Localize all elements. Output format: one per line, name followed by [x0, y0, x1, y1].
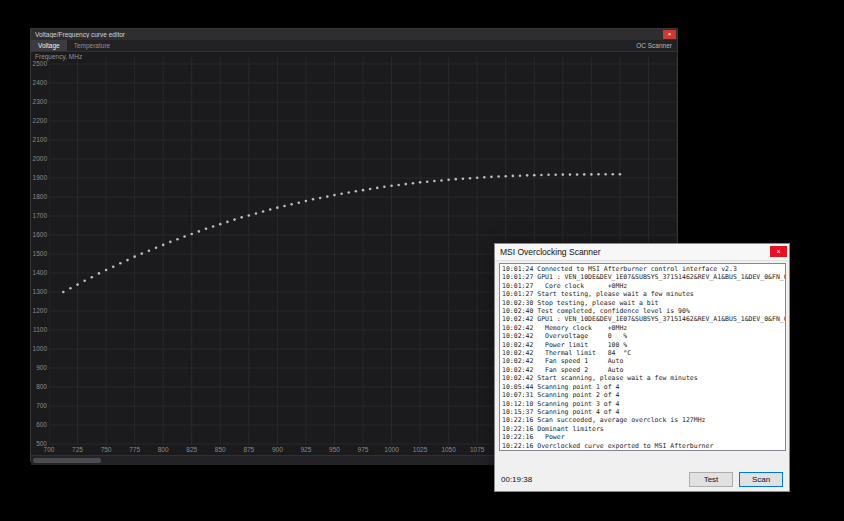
curve-point[interactable]	[119, 262, 122, 265]
log-line: 10:01:27 Core clock +0MHz	[502, 282, 785, 290]
oc-scanner-label: OC Scanner	[636, 42, 672, 49]
curve-point[interactable]	[504, 175, 507, 178]
curve-point[interactable]	[112, 265, 115, 268]
curve-point[interactable]	[76, 283, 79, 286]
curve-point[interactable]	[91, 276, 94, 279]
curve-point[interactable]	[497, 175, 500, 178]
curve-point[interactable]	[412, 182, 415, 185]
curve-point[interactable]	[283, 205, 286, 208]
curve-point[interactable]	[269, 208, 272, 211]
curve-point[interactable]	[512, 175, 515, 178]
log-line: 10:05:44 Scanning point 1 of 4	[502, 383, 785, 391]
curve-point[interactable]	[276, 206, 279, 209]
curve-point[interactable]	[262, 210, 265, 213]
curve-point[interactable]	[69, 287, 72, 290]
curve-point[interactable]	[126, 259, 129, 262]
y-tick-label: 800	[31, 383, 47, 390]
curve-point[interactable]	[526, 174, 529, 177]
y-tick-label: 2100	[31, 136, 47, 143]
curve-point[interactable]	[426, 181, 429, 184]
curve-point[interactable]	[233, 218, 236, 221]
curve-point[interactable]	[383, 185, 386, 188]
curve-point[interactable]	[540, 174, 543, 177]
y-tick-label: 1300	[31, 288, 47, 295]
scanner-log[interactable]: 10:01:24 Connected to MSI Afterburner co…	[499, 263, 786, 451]
curve-point[interactable]	[447, 178, 450, 181]
curve-point[interactable]	[226, 221, 229, 224]
curve-point[interactable]	[198, 230, 201, 233]
close-icon[interactable]: ×	[663, 30, 676, 39]
curve-point[interactable]	[490, 176, 493, 179]
curve-point[interactable]	[440, 179, 443, 182]
curve-point[interactable]	[604, 173, 607, 176]
curve-point[interactable]	[583, 173, 586, 176]
horizontal-scrollbar-thumb[interactable]	[33, 458, 101, 463]
curve-point[interactable]	[205, 227, 208, 230]
curve-point[interactable]	[148, 249, 151, 252]
curve-point[interactable]	[290, 203, 293, 206]
curve-point[interactable]	[105, 269, 108, 272]
curve-point[interactable]	[362, 189, 365, 192]
tab-temperature[interactable]: Temperature	[67, 40, 118, 51]
curve-point[interactable]	[347, 191, 350, 194]
scan-button[interactable]: Scan	[739, 472, 783, 487]
curve-point[interactable]	[183, 235, 186, 238]
curve-editor-titlebar[interactable]: Voltage/Frequency curve editor ×	[31, 29, 677, 40]
curve-point[interactable]	[469, 177, 472, 180]
curve-point[interactable]	[333, 194, 336, 197]
curve-point[interactable]	[255, 212, 258, 215]
curve-point[interactable]	[133, 255, 136, 258]
curve-point[interactable]	[562, 173, 565, 176]
curve-point[interactable]	[190, 233, 193, 236]
test-button[interactable]: Test	[689, 472, 733, 487]
curve-point[interactable]	[297, 201, 300, 204]
close-icon[interactable]: ×	[770, 246, 787, 257]
curve-point[interactable]	[576, 173, 579, 176]
curve-point[interactable]	[454, 178, 457, 181]
curve-point[interactable]	[590, 173, 593, 176]
curve-point[interactable]	[248, 214, 251, 217]
scanner-dialog-titlebar[interactable]: MSI Overclocking Scanner ×	[495, 244, 789, 261]
curve-point[interactable]	[462, 177, 465, 180]
curve-point[interactable]	[433, 180, 436, 183]
curve-point[interactable]	[611, 173, 614, 176]
curve-point[interactable]	[547, 173, 550, 176]
curve-point[interactable]	[305, 200, 308, 203]
curve-point[interactable]	[405, 183, 408, 186]
curve-point[interactable]	[569, 173, 572, 176]
curve-point[interactable]	[62, 291, 65, 294]
curve-point[interactable]	[319, 197, 322, 200]
curve-point[interactable]	[619, 173, 622, 176]
curve-point[interactable]	[369, 188, 372, 191]
tab-voltage[interactable]: Voltage	[31, 40, 67, 51]
log-line: 10:02:42 GPU1 : VEN_10DE&DEV_1E07&SUBSYS…	[502, 315, 785, 323]
curve-point[interactable]	[98, 272, 101, 275]
curve-point[interactable]	[312, 198, 315, 201]
curve-point[interactable]	[140, 252, 143, 255]
curve-point[interactable]	[390, 184, 393, 187]
curve-point[interactable]	[355, 190, 358, 193]
y-tick-label: 600	[31, 421, 47, 428]
y-tick-label: 1500	[31, 250, 47, 257]
curve-point[interactable]	[554, 173, 557, 176]
curve-point[interactable]	[176, 238, 179, 241]
curve-point[interactable]	[376, 187, 379, 190]
curve-point[interactable]	[519, 174, 522, 177]
curve-point[interactable]	[162, 244, 165, 247]
curve-point[interactable]	[483, 176, 486, 179]
log-line: 10:02:30 Stop testing, please wait a bit	[502, 299, 785, 307]
curve-point[interactable]	[83, 279, 86, 282]
curve-point[interactable]	[340, 192, 343, 195]
curve-point[interactable]	[419, 181, 422, 184]
curve-point[interactable]	[326, 195, 329, 198]
curve-point[interactable]	[155, 246, 158, 249]
curve-point[interactable]	[219, 223, 222, 226]
curve-point[interactable]	[212, 225, 215, 228]
curve-point[interactable]	[533, 174, 536, 177]
curve-point[interactable]	[597, 173, 600, 176]
curve-point[interactable]	[169, 241, 172, 244]
x-tick-label: 775	[123, 446, 147, 453]
curve-point[interactable]	[476, 177, 479, 180]
curve-point[interactable]	[240, 216, 243, 219]
curve-point[interactable]	[397, 184, 400, 187]
